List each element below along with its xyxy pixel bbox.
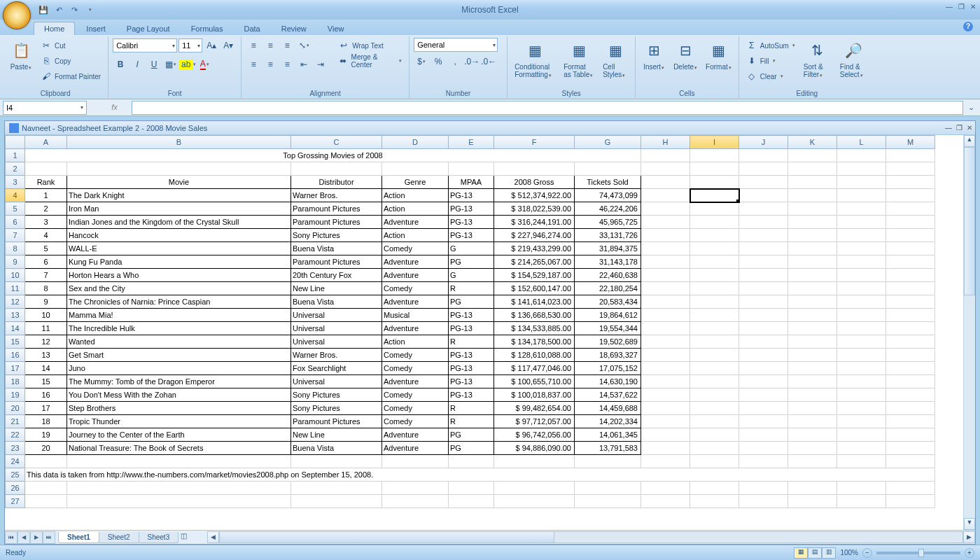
page-break-view-icon[interactable]: ▥ (822, 547, 836, 559)
cell-G4[interactable]: 74,473,099 (575, 189, 641, 202)
cell-G6[interactable]: 45,965,725 (575, 216, 641, 229)
cell-M14[interactable] (886, 322, 935, 335)
cell-J21[interactable] (739, 415, 788, 428)
delete-cells-button[interactable]: ⊟Delete (671, 38, 700, 72)
cell-H13[interactable] (641, 309, 690, 322)
cell-J7[interactable] (739, 229, 788, 242)
cell-L10[interactable] (837, 269, 886, 282)
cell-E18[interactable]: PG-13 (449, 375, 494, 388)
col-header-L[interactable]: L (837, 136, 886, 149)
cell-M20[interactable] (886, 402, 935, 415)
last-sheet-icon[interactable]: ⏭ (43, 531, 55, 544)
cell-B22[interactable]: Journey to the Center of the Earth (67, 428, 291, 442)
cell-A14[interactable]: 11 (25, 322, 67, 335)
col-header-F[interactable]: F (494, 136, 575, 149)
cell-K20[interactable] (788, 402, 837, 415)
cell-I21[interactable] (690, 415, 739, 428)
cell-C10[interactable]: 20th Century Fox (291, 269, 382, 282)
cell-M1[interactable] (886, 149, 935, 162)
cell-K23[interactable] (788, 442, 837, 455)
cell-D26[interactable] (382, 482, 449, 495)
cell-M8[interactable] (886, 242, 935, 255)
cell-C23[interactable]: Buena Vista (291, 442, 382, 455)
wb-restore-icon[interactable]: ❐ (956, 124, 962, 132)
cell-F19[interactable]: $ 100,018,837.00 (494, 388, 575, 402)
cell-C11[interactable]: New Line (291, 282, 382, 295)
cell-D7[interactable]: Action (382, 229, 449, 242)
cell-C14[interactable]: Universal (291, 322, 382, 335)
cell-G22[interactable]: 14,061,345 (575, 428, 641, 442)
row-header-24[interactable]: 24 (6, 455, 25, 468)
cell-K4[interactable] (788, 189, 837, 202)
cell-C18[interactable]: Universal (291, 375, 382, 388)
cell-I27[interactable] (690, 495, 739, 508)
cell-G9[interactable]: 31,143,178 (575, 255, 641, 269)
cell-K8[interactable] (788, 242, 837, 255)
cell-M6[interactable] (886, 216, 935, 229)
cell-D14[interactable]: Adventure (382, 322, 449, 335)
cell-H24[interactable] (641, 455, 690, 468)
cell-L20[interactable] (837, 402, 886, 415)
cell-L14[interactable] (837, 322, 886, 335)
cell-L2[interactable] (837, 162, 886, 176)
cell-D16[interactable]: Comedy (382, 349, 449, 362)
cell-B15[interactable]: Wanted (67, 335, 291, 349)
cell-F7[interactable]: $ 227,946,274.00 (494, 229, 575, 242)
find-select-button[interactable]: 🔎Find & Select (837, 38, 871, 80)
cell-L8[interactable] (837, 242, 886, 255)
scroll-left-icon[interactable]: ◀ (207, 531, 219, 543)
next-sheet-icon[interactable]: ▶ (30, 531, 43, 544)
cell-A13[interactable]: 10 (25, 309, 67, 322)
cell-D20[interactable]: Comedy (382, 402, 449, 415)
cell-K24[interactable] (788, 455, 837, 468)
number-format-combobox[interactable]: General (414, 38, 498, 52)
cell-K16[interactable] (788, 349, 837, 362)
fx-icon[interactable]: fx (111, 103, 118, 112)
cell-F18[interactable]: $ 100,655,710.00 (494, 375, 575, 388)
cell-C16[interactable]: Warner Bros. (291, 349, 382, 362)
cell-J1[interactable] (739, 149, 788, 162)
cell-F8[interactable]: $ 219,433,299.00 (494, 242, 575, 255)
row-header-22[interactable]: 22 (6, 428, 25, 442)
cell-L16[interactable] (837, 349, 886, 362)
cell-B23[interactable]: National Treasure: The Book of Secrets (67, 442, 291, 455)
cell-C20[interactable]: Sony Pictures (291, 402, 382, 415)
cell-J11[interactable] (739, 282, 788, 295)
zoom-level[interactable]: 100% (840, 549, 858, 556)
cell-D27[interactable] (382, 495, 449, 508)
cell-C15[interactable]: Universal (291, 335, 382, 349)
cell-J18[interactable] (739, 375, 788, 388)
cell-K1[interactable] (788, 149, 837, 162)
cell-C21[interactable]: Paramount Pictures (291, 415, 382, 428)
cell-E17[interactable]: PG-13 (449, 362, 494, 375)
tab-insert[interactable]: Insert (76, 22, 115, 35)
cell-A4[interactable]: 1 (25, 189, 67, 202)
cell-H18[interactable] (641, 375, 690, 388)
cell-F14[interactable]: $ 134,533,885.00 (494, 322, 575, 335)
cell-K18[interactable] (788, 375, 837, 388)
cell-M21[interactable] (886, 415, 935, 428)
autosum-button[interactable]: ΣAutoSum (743, 38, 798, 53)
cell-G3[interactable]: Tickets Sold (575, 176, 641, 189)
cell-C27[interactable] (291, 495, 382, 508)
cell-F20[interactable]: $ 99,482,654.00 (494, 402, 575, 415)
decrease-indent-icon[interactable]: ⇤ (296, 57, 312, 72)
cell-G11[interactable]: 22,180,254 (575, 282, 641, 295)
cell-C19[interactable]: Sony Pictures (291, 388, 382, 402)
cell-F6[interactable]: $ 316,244,191.00 (494, 216, 575, 229)
cell-H1[interactable] (641, 149, 690, 162)
cell-E22[interactable]: PG (449, 428, 494, 442)
cell-H8[interactable] (641, 242, 690, 255)
col-header-B[interactable]: B (67, 136, 291, 149)
cell-H22[interactable] (641, 428, 690, 442)
cell-F2[interactable] (494, 162, 575, 176)
cell-I20[interactable] (690, 402, 739, 415)
cell-L6[interactable] (837, 216, 886, 229)
cell-C3[interactable]: Distributor (291, 176, 382, 189)
cell-G5[interactable]: 46,224,206 (575, 202, 641, 216)
cell-F10[interactable]: $ 154,529,187.00 (494, 269, 575, 282)
cell-D15[interactable]: Action (382, 335, 449, 349)
cell-C13[interactable]: Universal (291, 309, 382, 322)
cell-B27[interactable] (67, 495, 291, 508)
cell-F21[interactable]: $ 97,712,057.00 (494, 415, 575, 428)
